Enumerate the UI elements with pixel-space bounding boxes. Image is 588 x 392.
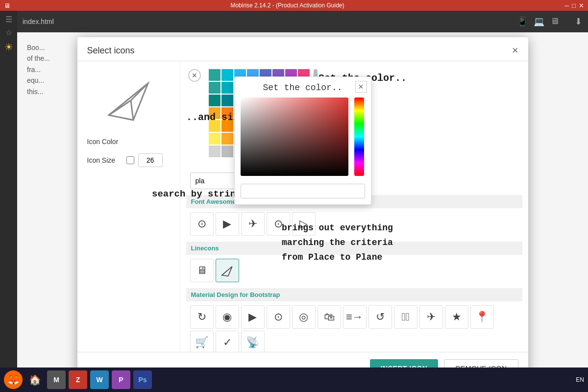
device-desktop-icon[interactable]: 🖥 xyxy=(550,16,559,27)
color-swatch-f9a825[interactable] xyxy=(209,107,220,119)
taskbar-w-icon[interactable]: W xyxy=(90,370,109,389)
size-link-checkbox[interactable] xyxy=(126,156,134,164)
color-swatch-d4d4d4[interactable] xyxy=(209,146,220,157)
close-btn[interactable]: ✕ xyxy=(579,2,584,9)
color-swatch-bdbdbd[interactable] xyxy=(221,146,233,157)
color-swatch-00897b[interactable] xyxy=(209,95,220,106)
md-restore-icon[interactable]: ↺ xyxy=(368,305,392,329)
color-close-button[interactable]: ✕ xyxy=(188,69,201,82)
fa-plane-icon[interactable]: ✈ xyxy=(241,212,265,236)
icon-color-label: Icon Color xyxy=(87,138,126,146)
color-swatch-fb8c00[interactable] xyxy=(221,120,233,132)
taskbar-p-icon[interactable]: P xyxy=(112,370,130,389)
color-gradient-row xyxy=(241,98,365,180)
modal-close-button[interactable]: × xyxy=(512,45,518,56)
color-gradient-picker[interactable] xyxy=(241,98,348,176)
md-brightness-icon[interactable]: ◉ xyxy=(216,305,239,329)
icon-color-row: Icon Color xyxy=(87,138,170,146)
app-title: Mobirise 2.14.2 - (Product Activation Gu… xyxy=(10,2,564,9)
sidebar-icon-sun[interactable]: ☀ xyxy=(4,41,13,53)
modal-title: Select icons xyxy=(87,46,135,56)
taskbar-ps-icon[interactable]: Ps xyxy=(133,370,152,389)
sidebar-icon-1[interactable]: ☰ xyxy=(5,15,12,24)
color-swatch-f57f17[interactable] xyxy=(221,107,233,119)
linecons-icon-row: 🖥 xyxy=(190,259,518,282)
select-icons-modal: Select icons × Icon Color xyxy=(77,37,528,385)
modal-header: Select icons × xyxy=(77,37,528,61)
device-mobile-icon[interactable]: 📱 xyxy=(517,16,528,27)
color-picker-popup: Set the color.. × xyxy=(234,76,371,205)
fa-play-circle-icon[interactable]: ⊙ xyxy=(190,212,214,236)
color-swatch-26a69a[interactable] xyxy=(209,82,220,94)
color-swatch-00bcd4[interactable] xyxy=(221,69,233,81)
md-flight-icon[interactable]: ✈ xyxy=(419,305,443,329)
color-swatch-00838f[interactable] xyxy=(221,95,233,106)
modal-overlay: Select icons × Icon Color xyxy=(17,32,588,368)
md-playlist-icon[interactable]: ≡→ xyxy=(343,305,367,329)
sidebar-icon-2[interactable]: ☆ xyxy=(5,28,12,37)
md-place-icon[interactable]: 📍 xyxy=(470,305,494,329)
size-input-field[interactable] xyxy=(138,153,163,167)
color-swatch-26a69a[interactable] xyxy=(209,69,220,81)
fa-play-icon[interactable]: ▶ xyxy=(216,212,239,236)
maximize-btn[interactable]: □ xyxy=(572,2,576,9)
md-shop-icon[interactable]: 🛍 xyxy=(318,305,341,329)
svg-line-3 xyxy=(131,83,148,100)
language-indicator: EN xyxy=(576,376,584,383)
icon-size-label: Icon Size xyxy=(87,156,126,164)
color-hex-input[interactable] xyxy=(241,184,365,198)
fa-play-btn-icon[interactable]: ▷ xyxy=(292,212,316,236)
left-sidebar-strip: ☰ ☆ ☀ xyxy=(0,11,17,368)
color-swatch-00acc1[interactable] xyxy=(221,82,233,94)
color-picker-title: Set the color.. xyxy=(241,83,365,93)
lc-desktop-icon[interactable]: 🖥 xyxy=(190,259,214,282)
color-picker-close-button[interactable]: × xyxy=(355,81,367,93)
color-swatch-ffee58[interactable] xyxy=(209,133,220,145)
md-cast-icon[interactable]: 📡 xyxy=(241,331,265,352)
device-tablet-icon[interactable]: 💻 xyxy=(534,16,544,27)
app-file-title: index.html xyxy=(23,18,54,25)
svg-line-1 xyxy=(109,100,131,115)
md-sync-icon[interactable]: ↻ xyxy=(190,305,214,329)
icon-preview-panel: Icon Color Icon Size xyxy=(77,61,180,352)
md-shop2-icon[interactable]: 🛒 xyxy=(190,331,214,352)
taskbar-m-icon[interactable]: M xyxy=(47,370,66,389)
md-play-circle-icon[interactable]: ⊙ xyxy=(267,305,290,329)
font-awesome-icon-row: ⊙ ▶ ✈ ⊙ ▷ xyxy=(190,212,518,236)
md-verified-icon[interactable]: ✓ xyxy=(216,331,239,352)
taskbar-home-icon[interactable]: 🏠 xyxy=(25,370,44,389)
svg-line-2 xyxy=(131,100,133,120)
md-airplanemode-off-icon[interactable]: ✈⃠ xyxy=(394,305,417,329)
paper-plane-preview-icon xyxy=(104,76,153,125)
icon-list-area[interactable]: Font Awesome ⊙ ▶ ✈ ⊙ ▷ Linecons 🖥 xyxy=(180,195,528,352)
taskbar-firefox-icon[interactable]: 🦊 xyxy=(4,370,23,389)
material-design-label: Material Design for Bootstrap xyxy=(186,288,522,301)
app-icon: 🖥 xyxy=(4,2,10,9)
color-swatch-ffa726[interactable] xyxy=(221,133,233,145)
svg-line-5 xyxy=(221,270,227,275)
app-bar: ☰ index.html 📱 💻 🖥 ⬇ xyxy=(0,11,588,32)
minimize-btn[interactable]: ─ xyxy=(564,2,569,9)
color-swatch-fdd835[interactable] xyxy=(209,120,220,132)
taskbar-bottom: 🦊 🏠 M Z W P Ps EN xyxy=(0,368,588,392)
fa-play-circle-2-icon[interactable]: ⊙ xyxy=(267,212,290,236)
material-design-icon-row: ↻ ◉ ▶ ⊙ ◎ 🛍 ≡→ ↺ ✈⃠ ✈ ★ 📍 🛒 ✓ xyxy=(190,305,518,352)
taskbar-z-icon[interactable]: Z xyxy=(69,370,87,389)
color-spectrum-slider[interactable] xyxy=(354,98,364,176)
md-star-icon[interactable]: ★ xyxy=(445,305,468,329)
download-icon[interactable]: ⬇ xyxy=(575,16,582,27)
md-play-circle-outline-icon[interactable]: ◎ xyxy=(292,305,316,329)
taskbar-top: 🖥 Mobirise 2.14.2 - (Product Activation … xyxy=(0,0,588,11)
icon-size-row: Icon Size xyxy=(87,153,170,167)
lc-plane-icon[interactable] xyxy=(216,259,239,282)
md-play-icon[interactable]: ▶ xyxy=(241,305,265,329)
icon-preview-area xyxy=(99,71,158,130)
linecons-label: Linecons xyxy=(186,242,522,255)
